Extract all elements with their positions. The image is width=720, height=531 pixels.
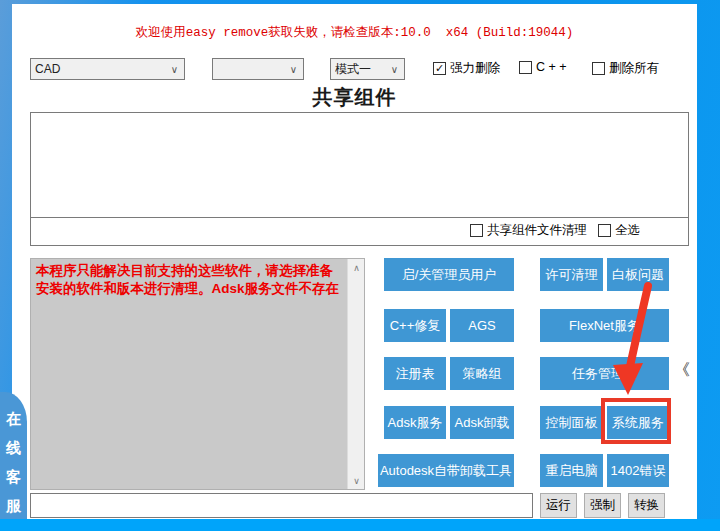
mode-dropdown[interactable]: 模式一 ∨ xyxy=(330,58,405,80)
mode-dropdown-value: 模式一 xyxy=(335,61,391,78)
error-1402-button[interactable]: 1402错误 xyxy=(607,454,669,487)
scrollbar-down-icon[interactable]: ∨ xyxy=(348,472,365,489)
adsk-service-button[interactable]: Adsk服务 xyxy=(384,406,446,439)
shared-components-listbox[interactable] xyxy=(30,112,689,246)
notice-panel: 本程序只能解决目前支持的这些软件，请选择准备安装的软件和版本进行清理。Adsk服… xyxy=(30,258,365,490)
online-support-char: 线 xyxy=(6,433,21,462)
command-input[interactable] xyxy=(30,493,533,518)
software-dropdown[interactable]: CAD ∨ xyxy=(30,58,185,80)
autodesk-uninstaller-button[interactable]: Autodesk自带卸载工具 xyxy=(378,454,514,487)
run-button[interactable]: 运行 xyxy=(540,493,577,518)
notice-scrollbar[interactable]: ∧ ∨ xyxy=(347,259,364,489)
checkbox-icon: ✓ xyxy=(433,62,446,75)
force-button[interactable]: 强制 xyxy=(584,493,621,518)
online-support-tab[interactable]: 在 线 客 服 xyxy=(0,392,27,519)
chevron-down-icon: ∨ xyxy=(290,64,299,75)
cpp-repair-button[interactable]: C++修复 xyxy=(384,309,446,342)
welcome-status-text: 欢迎使用easy remove获取失败，请检查版本:10.0 x64 (Buil… xyxy=(12,24,697,41)
scrollbar-up-icon[interactable]: ∧ xyxy=(348,259,365,276)
checkbox-icon xyxy=(592,62,605,75)
collapse-panel-icon[interactable]: 《 xyxy=(674,360,690,381)
checkbox-icon xyxy=(519,61,532,74)
whiteboard-issue-button[interactable]: 白板问题 xyxy=(607,258,669,291)
checkbox-force-delete-label: 强力删除 xyxy=(450,60,500,77)
shared-components-title: 共享组件 xyxy=(12,84,697,111)
online-support-char: 在 xyxy=(6,404,21,433)
bottom-edge-strip xyxy=(0,519,720,531)
checkbox-select-all-label: 全选 xyxy=(615,222,640,239)
admin-user-button[interactable]: 启/关管理员用户 xyxy=(384,258,514,291)
checkbox-force-delete[interactable]: ✓ 强力删除 xyxy=(433,60,500,77)
system-service-button[interactable]: 系统服务 xyxy=(607,406,669,439)
listbox-divider xyxy=(31,217,688,218)
flexnet-service-button[interactable]: FlexNet服务 xyxy=(540,309,669,342)
online-support-char: 服 xyxy=(6,491,21,520)
ags-button[interactable]: AGS xyxy=(450,309,514,342)
notice-text: 本程序只能解决目前支持的这些软件，请选择准备安装的软件和版本进行清理。Adsk服… xyxy=(31,259,364,301)
chevron-down-icon: ∨ xyxy=(391,64,400,75)
checkbox-delete-all-label: 删除所有 xyxy=(609,60,659,77)
chevron-down-icon: ∨ xyxy=(171,64,180,75)
checkbox-icon xyxy=(470,224,483,237)
restart-pc-button[interactable]: 重启电脑 xyxy=(540,454,603,487)
online-support-char: 客 xyxy=(6,462,21,491)
policy-group-button[interactable]: 策略组 xyxy=(450,357,514,390)
checkbox-shared-file-clean-label: 共享组件文件清理 xyxy=(487,222,587,239)
task-manager-button[interactable]: 任务管理器 xyxy=(540,357,669,390)
checkbox-select-all[interactable]: 全选 xyxy=(598,222,640,239)
checkbox-cpp[interactable]: C + + xyxy=(519,60,567,74)
control-panel-button[interactable]: 控制面板 xyxy=(540,406,603,439)
checkbox-shared-file-clean[interactable]: 共享组件文件清理 xyxy=(470,222,587,239)
registry-button[interactable]: 注册表 xyxy=(384,357,446,390)
version-dropdown[interactable]: ∨ xyxy=(212,58,304,80)
adsk-uninstall-button[interactable]: Adsk卸载 xyxy=(450,406,514,439)
desktop-backdrop: 欢迎使用easy remove获取失败，请检查版本:10.0 x64 (Buil… xyxy=(0,0,720,531)
checkbox-delete-all[interactable]: 删除所有 xyxy=(592,60,659,77)
checkbox-cpp-label: C + + xyxy=(536,60,567,74)
checkbox-icon xyxy=(598,224,611,237)
convert-button[interactable]: 转换 xyxy=(628,493,665,518)
software-dropdown-value: CAD xyxy=(35,62,171,76)
license-clean-button[interactable]: 许可清理 xyxy=(540,258,603,291)
